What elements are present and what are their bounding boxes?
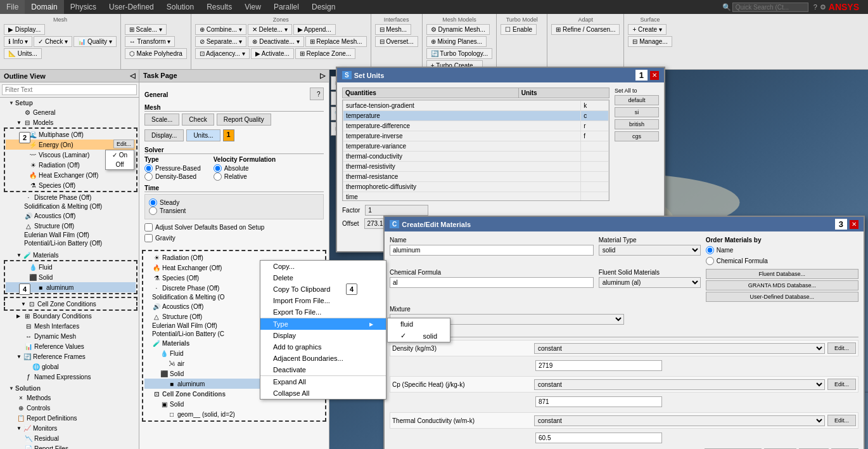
display-btn[interactable]: ▶ Display...: [4, 24, 45, 35]
qty-row-time[interactable]: time: [343, 192, 609, 202]
tree-eulerian-film[interactable]: Eulerian Wall Film (Off): [1, 231, 137, 239]
check-btn[interactable]: ✓ Check ▾: [34, 36, 72, 47]
cp-edit-btn[interactable]: Edit...: [827, 379, 856, 390]
menu-parallel[interactable]: Parallel: [267, 0, 305, 14]
steady-radio[interactable]: Steady: [149, 198, 319, 207]
factor-input[interactable]: [365, 205, 428, 216]
task-scale-btn[interactable]: Scale...: [144, 114, 179, 126]
menu-solution[interactable]: Solution: [160, 0, 200, 14]
menu-user-defined[interactable]: User-Defined: [103, 0, 160, 14]
granta-db-btn[interactable]: GRANTA MDS Database...: [706, 280, 858, 290]
tree-cell-zone[interactable]: ▼ ⊡ Cell Zone Conditions: [6, 299, 136, 309]
tree-controls[interactable]: ⊕ Controls: [1, 403, 137, 413]
menu-file[interactable]: File: [0, 0, 25, 14]
ctx-collapse-all[interactable]: Collapse All: [260, 387, 386, 399]
task-help-btn[interactable]: ?: [310, 88, 324, 100]
create-surface-btn[interactable]: + Create ▾: [628, 24, 666, 35]
tree-acoustics[interactable]: 🔊 Acoustics (Off): [1, 211, 137, 221]
qty-row-temperature[interactable]: temperaturec: [343, 111, 609, 121]
pressure-based-radio[interactable]: Pressure-Based: [144, 164, 201, 172]
delete-zones-btn[interactable]: ✕ Delete... ▾: [248, 24, 292, 35]
quality-btn[interactable]: 📊 Quality ▾: [73, 36, 117, 47]
separate-btn[interactable]: ⊘ Separate... ▾: [195, 36, 246, 47]
thermal-cond-edit-btn[interactable]: Edit...: [827, 415, 856, 426]
settings-icon[interactable]: ⚙: [820, 3, 826, 11]
combine-btn[interactable]: ⊕ Combine... ▾: [195, 24, 246, 35]
tree-global[interactable]: 🌐 global: [1, 361, 137, 372]
mixing-planes-btn[interactable]: ⊕ Mixing Planes...: [426, 36, 487, 47]
tree-mesh-interfaces[interactable]: ⊟ Mesh Interfaces: [1, 321, 137, 331]
ctx-export[interactable]: Export To File...: [260, 306, 386, 318]
menu-view[interactable]: View: [238, 0, 267, 14]
tree-li-ion[interactable]: Potential/Li-ion Battery (Off): [1, 239, 137, 247]
ctx-display[interactable]: Display: [260, 330, 386, 341]
ctx-delete[interactable]: Delete: [260, 272, 386, 283]
info-btn[interactable]: ℹ Info ▾: [4, 36, 32, 47]
density-edit-btn[interactable]: Edit...: [827, 342, 856, 354]
task-display-btn[interactable]: Display...: [144, 129, 184, 141]
ctx-import[interactable]: Import From File...: [260, 295, 386, 306]
density-based-radio[interactable]: Density-Based: [144, 172, 201, 181]
ctx-deactivate[interactable]: Deactivate: [260, 364, 386, 375]
tree-residual[interactable]: 📉 Residual: [1, 433, 137, 443]
units-btn[interactable]: 📐 Units...: [4, 48, 42, 59]
set-units-close-btn[interactable]: ✕: [650, 71, 659, 80]
name-input[interactable]: [390, 245, 594, 256]
thermal-cond-value-input[interactable]: [535, 433, 662, 443]
user-db-btn[interactable]: User-Defined Database...: [706, 292, 858, 302]
cp-method-select[interactable]: constant: [534, 379, 825, 390]
fluent-solid-select[interactable]: aluminum (al): [599, 277, 701, 288]
turbo-topology-btn[interactable]: 🔄 Turbo Topology...: [426, 48, 493, 59]
edit-btn[interactable]: Edit...: [113, 140, 134, 148]
set-british-btn[interactable]: british: [615, 119, 659, 129]
order-name-radio[interactable]: Name: [706, 246, 858, 254]
qty-row-thermophoretic[interactable]: thermophoretic-diffusivity: [343, 182, 609, 192]
tree-named-expressions[interactable]: ƒ Named Expressions: [1, 372, 137, 382]
menu-physics[interactable]: Physics: [64, 0, 103, 14]
menu-results[interactable]: Results: [200, 0, 238, 14]
scale-btn[interactable]: ⊞ Scale... ▾: [125, 24, 167, 35]
chem-formula-input[interactable]: [390, 277, 594, 288]
edit-on[interactable]: ✓ On: [106, 150, 134, 160]
tree-heat-exchanger[interactable]: 🔥 Heat Exchanger (Off): [6, 170, 136, 180]
append-btn[interactable]: ▶ Append...: [293, 24, 336, 35]
order-formula-radio[interactable]: Chemical Formula: [706, 257, 858, 265]
refine-coarsen-btn[interactable]: ⊞ Refine / Coarsen...: [551, 24, 620, 35]
task-units-btn[interactable]: Units...: [186, 129, 220, 141]
qty-row-thermal-resistance[interactable]: thermal-resistance: [343, 172, 609, 182]
task-check-btn[interactable]: Check: [182, 114, 214, 126]
tree-monitors[interactable]: ▼ 📈 Monitors: [1, 423, 137, 433]
absolute-radio[interactable]: Absolute: [214, 164, 276, 172]
tree-setup[interactable]: ▼ Setup: [1, 99, 137, 107]
tree-solidification[interactable]: Solidification & Melting (Off): [1, 202, 137, 211]
task-page-close[interactable]: ▷: [320, 72, 325, 80]
tree-general[interactable]: ⚙ General: [1, 107, 137, 117]
activate-btn[interactable]: ▶ Activate...: [251, 48, 294, 59]
adjacency-btn[interactable]: ⊡ Adjacency... ▾: [195, 48, 250, 59]
deactivate-btn[interactable]: ⊗ Deactivate... ▾: [248, 36, 303, 47]
transform-btn[interactable]: ↔ Transform ▾: [125, 36, 176, 47]
menu-design[interactable]: Design: [305, 0, 341, 14]
tree-species[interactable]: ⚗ Species (Off): [6, 180, 136, 190]
qty-row-temp-diff[interactable]: temperature-differencer: [343, 121, 609, 131]
qty-row-temp-inverse[interactable]: temperature-inversef: [343, 131, 609, 141]
transient-radio[interactable]: Transient: [149, 207, 319, 215]
tree-fluid[interactable]: 💧 Fluid: [6, 262, 136, 272]
make-polyhedra-btn[interactable]: ⬡ Make Polyhedra: [125, 48, 187, 59]
task-report-quality-btn[interactable]: Report Quality: [217, 114, 271, 126]
relative-radio[interactable]: Relative: [214, 172, 276, 181]
ctx-solid-zone[interactable]: ▣ Solid: [144, 399, 324, 409]
type-fluid[interactable]: fluid: [388, 318, 450, 330]
set-cgs-btn[interactable]: cgs: [615, 131, 659, 141]
ctx-copy[interactable]: Copy...: [260, 261, 386, 272]
tree-discrete-phase[interactable]: · Discrete Phase (Off): [1, 192, 137, 202]
ctx-copy-clipboard[interactable]: Copy To Clipboard: [260, 283, 386, 295]
tree-materials[interactable]: ▼ 🧪 Materials: [1, 250, 137, 260]
overset-btn[interactable]: ⊟ Overset...: [375, 36, 418, 47]
dynamic-mesh-btn[interactable]: ⚙ Dynamic Mesh...: [426, 24, 490, 35]
outline-collapse-btn[interactable]: ◁: [130, 72, 135, 80]
menu-domain[interactable]: Domain: [25, 0, 63, 14]
tree-structure[interactable]: △ Structure (Off): [1, 221, 137, 231]
replace-zone-btn[interactable]: ⊞ Replace Zone...: [295, 48, 355, 59]
tree-reference-values[interactable]: 📊 Reference Values: [1, 341, 137, 351]
